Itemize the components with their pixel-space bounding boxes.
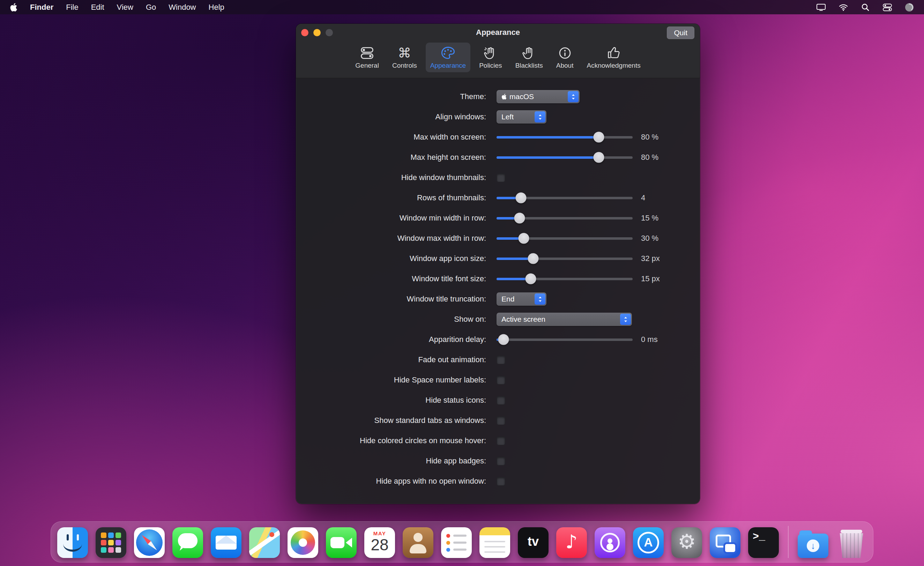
notes-icon — [480, 527, 510, 558]
dock-separator — [788, 526, 789, 558]
slider-apparition-delay[interactable] — [496, 338, 633, 341]
slider-window-max-width-in-row[interactable] — [496, 237, 633, 240]
slider-rows-of-thumbnails[interactable] — [496, 197, 633, 199]
slider-window-min-width-in-row[interactable] — [496, 217, 633, 219]
dock-item-facetime[interactable] — [326, 527, 357, 558]
app-store-icon — [633, 527, 664, 558]
dock-item-trash[interactable] — [836, 527, 867, 558]
control-center-icon[interactable] — [882, 2, 892, 12]
music-icon — [556, 527, 587, 558]
select-theme[interactable]: macOS — [496, 90, 580, 103]
podcasts-icon — [595, 527, 625, 558]
dock-item-music[interactable] — [556, 527, 587, 558]
checkbox-hide-window-thumbnails[interactable] — [496, 173, 505, 182]
stepper-arrows-icon — [620, 314, 631, 325]
menu-item-edit[interactable]: Edit — [91, 3, 104, 12]
setting-label-max-width-on-screen: Max width on screen: — [296, 133, 486, 142]
slider-knob[interactable] — [516, 193, 526, 203]
slider-knob[interactable] — [519, 233, 530, 244]
setting-control-hide-apps-with-no-open-window — [496, 477, 505, 486]
dock-item-safari[interactable] — [134, 527, 165, 558]
setting-control-window-title-truncation: End — [496, 293, 546, 306]
slider-knob[interactable] — [528, 253, 539, 264]
checkbox-hide-app-badges[interactable] — [496, 457, 505, 465]
checkbox-hide-status-icons[interactable] — [496, 396, 505, 405]
checkbox-hide-colored-circles-on-mouse-hover[interactable] — [496, 437, 505, 445]
wifi-icon[interactable] — [838, 2, 849, 12]
setting-control-rows-of-thumbnails: 4 — [496, 193, 645, 203]
dock-item-notes[interactable] — [480, 527, 510, 558]
quit-button[interactable]: Quit — [667, 27, 694, 39]
dock: MAY28 — [51, 521, 873, 563]
display-icon[interactable] — [816, 2, 826, 12]
tab-appearance[interactable]: Appearance — [426, 43, 470, 72]
dock-item-alttab[interactable] — [710, 527, 741, 558]
select-window-title-truncation[interactable]: End — [496, 293, 546, 306]
slider-knob[interactable] — [498, 334, 509, 345]
select-show-on[interactable]: Active screen — [496, 313, 632, 326]
dock-item-calendar[interactable]: MAY28 — [364, 527, 395, 558]
tab-blacklists[interactable]: Blacklists — [511, 43, 548, 72]
setting-control-hide-window-thumbnails — [496, 173, 505, 182]
tab-policies[interactable]: Policies — [474, 43, 506, 72]
setting-row-hide-app-badges: Hide app badges: — [296, 451, 700, 471]
spotlight-icon[interactable] — [861, 2, 870, 12]
dock-item-mail[interactable] — [211, 527, 242, 558]
user-avatar-icon[interactable] — [904, 2, 914, 12]
checkbox-fade-out-animation[interactable] — [496, 356, 505, 364]
slider-knob[interactable] — [593, 132, 604, 143]
window-title: Appearance — [296, 28, 700, 37]
slider-max-width-on-screen[interactable] — [496, 136, 633, 138]
setting-label-hide-app-badges: Hide app badges: — [296, 456, 486, 465]
tab-label: Blacklists — [515, 62, 543, 69]
dock-item-maps[interactable] — [249, 527, 280, 558]
tab-about[interactable]: About — [552, 43, 578, 72]
checkbox-show-standard-tabs-as-windows[interactable] — [496, 416, 505, 425]
menu-items: FileEditViewGoWindowHelp — [66, 3, 224, 12]
checkbox-hide-apps-with-no-open-window[interactable] — [496, 477, 505, 486]
setting-control-max-width-on-screen: 80 % — [496, 133, 658, 142]
tab-controls[interactable]: ⌘Controls — [388, 43, 422, 72]
dock-item-terminal[interactable] — [748, 527, 779, 558]
setting-value-window-title-font-size: 15 px — [641, 274, 660, 283]
tab-label: About — [556, 62, 574, 69]
dock-item-system-preferences[interactable] — [671, 527, 702, 558]
tab-label: Acknowledgments — [586, 62, 640, 69]
apple-menu-icon[interactable] — [10, 3, 18, 12]
tab-acknowledgments[interactable]: Acknowledgments — [582, 43, 645, 72]
dock-item-contacts[interactable] — [403, 527, 434, 558]
slider-knob[interactable] — [514, 213, 525, 224]
slider-knob[interactable] — [525, 273, 536, 284]
dock-item-tv[interactable] — [518, 527, 549, 558]
select-align-windows[interactable]: Left — [496, 110, 546, 123]
dock-item-downloads[interactable] — [798, 527, 828, 558]
setting-row-window-min-width-in-row: Window min width in row:15 % — [296, 208, 700, 228]
dock-item-reminders[interactable] — [441, 527, 472, 558]
setting-control-window-title-font-size: 15 px — [496, 274, 660, 283]
slider-knob[interactable] — [593, 152, 604, 163]
menu-item-window[interactable]: Window — [168, 3, 196, 12]
info-icon — [557, 45, 573, 61]
checkbox-hide-space-number-labels[interactable] — [496, 376, 505, 384]
slider-window-app-icon-size[interactable] — [496, 258, 633, 260]
dock-item-messages[interactable] — [172, 527, 203, 558]
menu-item-help[interactable]: Help — [208, 3, 224, 12]
setting-label-window-min-width-in-row: Window min width in row: — [296, 213, 486, 223]
slider-max-height-on-screen[interactable] — [496, 156, 633, 159]
menu-status-icons — [816, 2, 914, 12]
dock-item-photos[interactable] — [288, 527, 318, 558]
tab-general[interactable]: General — [351, 43, 384, 72]
command-icon: ⌘ — [398, 45, 411, 61]
dock-item-launchpad[interactable] — [96, 527, 126, 558]
dock-item-finder[interactable] — [57, 527, 88, 558]
menu-item-file[interactable]: File — [66, 3, 78, 12]
dock-item-app-store[interactable] — [633, 527, 664, 558]
setting-row-hide-window-thumbnails: Hide window thumbnails: — [296, 168, 700, 188]
menu-app-name[interactable]: Finder — [30, 3, 53, 12]
setting-row-rows-of-thumbnails: Rows of thumbnails:4 — [296, 188, 700, 208]
slider-window-title-font-size[interactable] — [496, 278, 633, 280]
menu-item-view[interactable]: View — [117, 3, 133, 12]
setting-row-apparition-delay: Apparition delay:0 ms — [296, 329, 700, 350]
menu-item-go[interactable]: Go — [146, 3, 156, 12]
dock-item-podcasts[interactable] — [595, 527, 625, 558]
